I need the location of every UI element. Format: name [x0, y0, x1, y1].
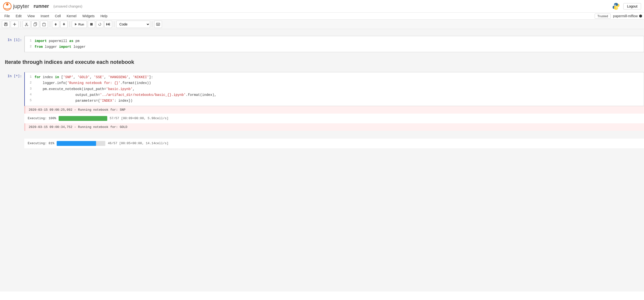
- output-log-2: 2020-03-15 09:00:34,752 – Running notebo…: [24, 123, 644, 131]
- svg-marker-21: [108, 23, 110, 26]
- output-log-1: 2020-03-15 09:00:25,092 – Running notebo…: [24, 106, 644, 114]
- restart-button[interactable]: [96, 21, 103, 28]
- stop-icon: [90, 23, 93, 26]
- cut-icon: [24, 22, 28, 26]
- svg-marker-17: [75, 23, 77, 25]
- code-line: 3 pm.execute_notebook(input_path='basic.…: [25, 86, 644, 92]
- cell-1-body[interactable]: 1 import papermill as pm 2 from logger i…: [24, 36, 644, 52]
- save-icon: [4, 22, 8, 26]
- output-spacer: [24, 131, 644, 139]
- cell-2-output: 2020-03-15 09:00:25,092 – Running notebo…: [24, 106, 644, 148]
- notebook-name[interactable]: runner: [34, 3, 49, 9]
- add-cell-button[interactable]: [11, 21, 18, 28]
- jupyter-logo-icon: [3, 2, 12, 11]
- unsaved-changes-label: (unsaved changes): [53, 4, 82, 8]
- menubar-right: Trusted papermill-mlflow: [595, 13, 642, 19]
- plus-icon: [13, 22, 16, 26]
- svg-rect-5: [5, 23, 6, 24]
- save-button[interactable]: [2, 21, 10, 28]
- progress-info-1: 57/57 [00:09<00:00, 5.98cell/s]: [110, 117, 168, 120]
- svg-marker-20: [106, 23, 108, 26]
- code-line: 2 from logger import logger: [25, 44, 644, 50]
- cell-type-select[interactable]: Code Markdown Raw NBConvert: [116, 21, 150, 28]
- menu-cell[interactable]: Cell: [52, 13, 63, 19]
- header-left: jupyter runner (unsaved changes): [3, 2, 82, 11]
- markdown-content: Iterate through indices and execute each…: [5, 57, 639, 67]
- progress-bar-1: [58, 116, 107, 121]
- toolbar-separator-3: [70, 21, 70, 27]
- output-progress-2: Executing: 81% 46/57 [00:05<00:00, 14.14…: [24, 139, 644, 148]
- code-line: 2 logger.info('Running notebook for: {}'…: [25, 80, 644, 86]
- cell-2-prompt: In [*]:: [0, 72, 24, 78]
- menu-help[interactable]: Help: [98, 13, 110, 19]
- markdown-cell-1: Iterate through indices and execute each…: [0, 57, 644, 67]
- jupyter-logo: jupyter: [3, 2, 29, 11]
- python-icon: [612, 2, 620, 11]
- progress-bar-2: [57, 141, 105, 146]
- progress-info-2: 46/57 [00:05<00:00, 14.14cell/s]: [108, 142, 168, 145]
- run-button[interactable]: Run: [72, 21, 87, 28]
- keyboard-icon: [156, 22, 160, 26]
- arrow-down-icon: [62, 22, 66, 26]
- cell-2: In [*]: 1 for index in ['SNP', 'GOLD', '…: [0, 72, 644, 148]
- stop-button[interactable]: [88, 21, 95, 28]
- svg-point-1: [6, 3, 8, 5]
- keyboard-shortcuts-button[interactable]: [154, 21, 162, 28]
- svg-rect-18: [90, 23, 93, 25]
- svg-rect-25: [158, 23, 158, 24]
- toolbar-separator-4: [114, 21, 114, 27]
- code-line: 4 output_path='../artifact_dir/notebooks…: [25, 92, 644, 98]
- move-down-button[interactable]: [60, 21, 68, 28]
- trusted-badge: Trusted: [595, 13, 611, 19]
- svg-rect-24: [157, 23, 157, 24]
- toolbar-separator-5: [152, 21, 152, 27]
- svg-rect-14: [34, 23, 36, 26]
- menu-edit[interactable]: Edit: [14, 13, 24, 19]
- copy-button[interactable]: [31, 21, 39, 28]
- move-up-button[interactable]: [52, 21, 59, 28]
- output-progress-1: Executing: 100% 57/57 [00:09<00:00, 5.98…: [24, 114, 644, 123]
- svg-rect-29: [159, 24, 159, 25]
- menubar: File Edit View Insert Cell Kernel Widget…: [0, 13, 644, 20]
- cell-1: In [1]: 1 import papermill as pm 2 from …: [0, 36, 644, 52]
- menu-widgets[interactable]: Widgets: [80, 13, 97, 19]
- menu-view[interactable]: View: [25, 13, 37, 19]
- menu-kernel[interactable]: Kernel: [64, 13, 79, 19]
- paste-button[interactable]: [40, 21, 48, 28]
- svg-rect-26: [159, 23, 159, 24]
- cut-button[interactable]: [22, 21, 30, 28]
- code-line: 1 import papermill as pm: [25, 38, 644, 44]
- svg-rect-27: [157, 24, 157, 25]
- paste-icon: [42, 22, 46, 26]
- run-label: Run: [78, 22, 84, 26]
- restart-run-all-button[interactable]: [104, 21, 112, 28]
- svg-marker-19: [98, 23, 99, 24]
- jupyter-brand: jupyter: [13, 3, 29, 9]
- svg-point-2: [615, 4, 616, 4]
- progress-bar-fill-2: [57, 141, 96, 146]
- arrow-up-icon: [54, 22, 58, 26]
- toolbar-separator-2: [50, 21, 50, 27]
- fast-forward-icon: [106, 23, 110, 26]
- cell-1-code[interactable]: 1 import papermill as pm 2 from logger i…: [24, 36, 644, 52]
- svg-point-12: [27, 25, 28, 26]
- menu-insert[interactable]: Insert: [38, 13, 52, 19]
- copy-icon: [33, 22, 37, 26]
- svg-rect-28: [157, 24, 159, 25]
- progress-bar-fill-1: [58, 116, 107, 121]
- progress-label-2: Executing: 81%: [28, 142, 54, 145]
- header-right: Logout: [612, 2, 641, 11]
- toolbar: Run Code Markdown Raw NBConvert: [0, 20, 644, 29]
- svg-point-3: [617, 8, 618, 8]
- svg-rect-16: [43, 23, 45, 24]
- svg-rect-23: [156, 23, 160, 25]
- menu-file[interactable]: File: [2, 13, 12, 19]
- progress-label-1: Executing: 100%: [28, 117, 56, 120]
- code-line: 1 for index in ['SNP', 'GOLD', 'SSE', 'H…: [25, 74, 644, 80]
- svg-point-11: [25, 25, 26, 26]
- cell-2-code[interactable]: 1 for index in ['SNP', 'GOLD', 'SSE', 'H…: [24, 72, 644, 106]
- logout-button[interactable]: Logout: [623, 3, 641, 9]
- cell-2-body[interactable]: 1 for index in ['SNP', 'GOLD', 'SSE', 'H…: [24, 72, 644, 148]
- markdown-heading: Iterate through indices and execute each…: [5, 59, 639, 65]
- notebook-area: In [1]: 1 import papermill as pm 2 from …: [0, 29, 644, 292]
